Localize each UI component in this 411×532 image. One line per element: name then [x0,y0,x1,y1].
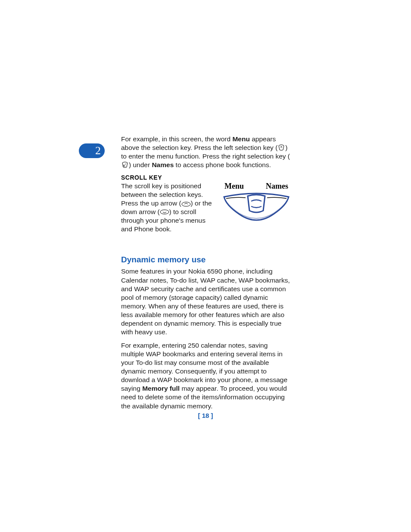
scroll-key-row: The scroll key is positioned between the… [121,182,291,238]
phone-keypad-icon [222,193,291,227]
figure-label-names: Names [266,182,288,191]
bold-names: Names [152,161,174,168]
svg-point-0 [182,202,190,206]
scroll-key-text: The scroll key is positioned between the… [121,182,216,238]
scroll-key-paragraph: The scroll key is positioned between the… [121,182,216,234]
chapter-number-tab: 2 [79,143,105,158]
text-run: For example, in this screen, the word [121,135,232,143]
right-selection-key-icon [121,162,129,168]
figure-labels-row: Menu Names [222,182,291,193]
dynamic-memory-para-1: Some features in your Nokia 6590 phone, … [121,267,291,336]
left-selection-key-icon [277,144,285,151]
content-column: For example, in this screen, the word Me… [121,135,291,415]
bold-menu: Menu [232,135,249,143]
down-arrow-key-icon [160,209,169,215]
page-number: [ 18 ] [0,412,411,419]
intro-paragraph: For example, in this screen, the word Me… [121,135,291,170]
bold-memory-full: Memory full [142,385,180,392]
document-page: 2 For example, in this screen, the word … [0,0,411,532]
dynamic-memory-heading: Dynamic memory use [121,255,291,264]
dynamic-memory-para-2: For example, entering 250 calendar notes… [121,341,291,411]
text-run: ) under [129,161,152,168]
text-run: to access phone book functions. [174,161,271,168]
svg-point-1 [160,210,169,214]
phone-keypad-figure: Menu Names [222,182,291,229]
chapter-number: 2 [95,144,101,157]
up-arrow-key-icon [181,200,191,206]
figure-label-menu: Menu [224,182,244,191]
scroll-key-heading: SCROLL KEY [121,174,291,181]
